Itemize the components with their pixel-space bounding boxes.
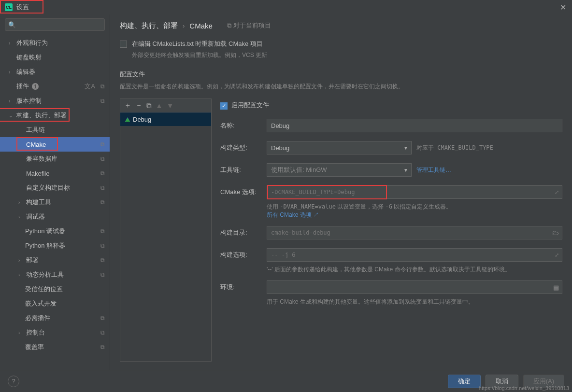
update-badge: 1: [32, 83, 39, 90]
chevron-icon: ›: [18, 258, 24, 263]
search-input[interactable]: 🔍: [5, 18, 105, 31]
copy-icon: ⧉: [227, 22, 231, 29]
buildtype-label: 构建类型:: [220, 143, 267, 152]
tree-item[interactable]: ›外观和行为: [0, 36, 110, 50]
breadcrumb-root[interactable]: 构建、执行、部署: [120, 21, 178, 30]
tree-item[interactable]: 键盘映射: [0, 50, 110, 65]
list-icon[interactable]: ▤: [553, 284, 559, 291]
chevron-icon: ›: [9, 70, 14, 75]
copy-icon: ⧉: [100, 329, 105, 336]
tree-item-label: 插件: [16, 82, 29, 91]
reload-checkbox[interactable]: [120, 41, 127, 48]
titlebar: CL 设置 ✕: [0, 0, 572, 14]
up-icon[interactable]: ▲: [156, 101, 163, 110]
tree-item-label: Makefile: [26, 170, 49, 177]
copy-icon: ⧉: [100, 199, 105, 206]
copy-icon: ⧉: [100, 98, 105, 104]
reload-label: 在编辑 CMakeLists.txt 时重新加载 CMake 项目: [132, 40, 267, 48]
toolchain-select[interactable]: 使用默认值: MinGW ▼: [267, 163, 412, 177]
tree-item-label: 嵌入式开发: [25, 299, 57, 308]
copy-icon: ⧉: [100, 271, 105, 278]
name-input[interactable]: Debug: [267, 119, 562, 132]
tree-item[interactable]: ›版本控制⧉: [0, 94, 110, 108]
tree-item-label: 部署: [26, 256, 39, 265]
window-title: 设置: [16, 3, 29, 12]
cmakeopts-input[interactable]: -DCMAKE_BUILD_TYPE=Debug ⤢: [267, 185, 562, 199]
tree-item[interactable]: 嵌入式开发: [0, 296, 110, 311]
copy-icon: ⧉: [100, 315, 105, 322]
manage-toolchains-link[interactable]: 管理工具链…: [416, 166, 451, 174]
buildopts-input[interactable]: -- -j 6 ⤢: [267, 248, 562, 262]
builddir-input[interactable]: cmake-build-debug 🗁: [267, 226, 562, 239]
env-input[interactable]: ▤: [267, 280, 562, 294]
translate-icon: 文A: [85, 82, 95, 91]
tree-item[interactable]: ›兼容数据库⧉: [0, 152, 110, 166]
tree-item[interactable]: ›部署⧉: [0, 253, 110, 267]
cmakeopts-hint: 使用 -DVAR_NAME=value 以设置变量，选择 -G 以指定自定义生成…: [267, 203, 562, 219]
chevron-icon: ›: [18, 214, 24, 220]
expand-icon[interactable]: ⤢: [555, 252, 559, 258]
ok-button[interactable]: 确定: [448, 375, 481, 388]
tree-item[interactable]: ›构建工具⧉: [0, 195, 110, 210]
copy-icon: ⧉: [100, 83, 105, 90]
footer: ? 确定 取消 应用(A) https://blog.csdn.net/weix…: [0, 370, 572, 392]
tree-item-label: 兼容数据库: [26, 154, 57, 163]
tree-item[interactable]: ›Makefile⧉: [0, 166, 110, 181]
tree-item[interactable]: Python 调试器⧉: [0, 224, 110, 238]
cmakeopts-label: CMake 选项:: [220, 188, 267, 196]
tree-item[interactable]: 受信任的位置: [0, 282, 110, 296]
chevron-down-icon: ▼: [403, 168, 408, 173]
close-icon[interactable]: ✕: [560, 3, 566, 12]
chevron-icon: ›: [18, 330, 24, 336]
tree-item[interactable]: Python 解释器⧉: [0, 238, 110, 253]
enable-profile-checkbox[interactable]: [220, 102, 228, 110]
profile-item-debug[interactable]: Debug: [120, 112, 211, 126]
add-icon[interactable]: ＋: [124, 101, 131, 110]
tree-item-label: 编辑器: [16, 68, 35, 76]
env-hint: 用于 CMake 生成和构建的其他变量。这些值将添加到系统变量和工具链变量中。: [267, 298, 562, 306]
copy-icon[interactable]: ⧉: [146, 101, 152, 110]
sidebar: 🔍 ›外观和行为键盘映射›编辑器插件1文A⧉›版本控制⧉⌄构建、执行、部署›工具…: [0, 14, 110, 377]
tree-item[interactable]: 必需插件⧉: [0, 311, 110, 325]
app-icon: CL: [5, 3, 13, 11]
copy-icon: ⧉: [100, 257, 105, 264]
annotation-box: [16, 137, 58, 151]
tree-item[interactable]: ›编辑器: [0, 65, 110, 79]
tree-item-label: 受信任的位置: [25, 285, 63, 294]
buildtype-hint: 对应于 CMAKE_BUILD_TYPE: [416, 144, 493, 152]
tree-item-label: Python 解释器: [25, 241, 65, 250]
tree-item[interactable]: ›工具链: [0, 123, 110, 137]
folder-icon[interactable]: 🗁: [552, 229, 559, 237]
builddir-label: 构建目录:: [220, 228, 267, 237]
tree-item-label: 键盘映射: [16, 53, 42, 62]
help-button[interactable]: ?: [8, 376, 19, 387]
expand-icon[interactable]: ⤢: [555, 189, 559, 196]
breadcrumb-leaf: CMake: [189, 22, 213, 30]
chevron-icon: ›: [18, 272, 24, 278]
tree-item[interactable]: ›CMake⧉: [0, 137, 110, 152]
tree-item-label: 构建工具: [26, 198, 51, 207]
tree-item-label: Python 调试器: [25, 227, 65, 236]
remove-icon[interactable]: －: [135, 101, 143, 110]
down-icon[interactable]: ▼: [167, 101, 174, 110]
tree-item[interactable]: ›动态分析工具⧉: [0, 267, 110, 282]
buildtype-select[interactable]: Debug ▼: [267, 141, 412, 154]
profile-form: 启用配置文件 名称: Debug 构建类型: Debug ▼ 对应于 CMAKE…: [212, 98, 562, 362]
tree-item[interactable]: ⌄构建、执行、部署: [0, 108, 110, 123]
tree-item-label: 工具链: [26, 126, 45, 134]
tree-item-label: 控制台: [26, 328, 45, 337]
chevron-down-icon: ▼: [403, 145, 408, 151]
tree-item[interactable]: ›调试器: [0, 210, 110, 224]
tree-item-label: 版本控制: [16, 97, 42, 105]
tree-item[interactable]: ›控制台⧉: [0, 325, 110, 340]
tree-item[interactable]: 插件1文A⧉: [0, 79, 110, 94]
tree-item[interactable]: 覆盖率⧉: [0, 340, 110, 354]
all-cmake-options-link[interactable]: 所有 CMake 选项 ↗: [267, 211, 319, 218]
chevron-icon: ›: [18, 200, 24, 205]
search-icon: 🔍: [8, 21, 16, 28]
tree-item[interactable]: ›自定义构建目标⧉: [0, 181, 110, 195]
chevron-icon: ›: [9, 98, 14, 104]
tree-item-label: 调试器: [26, 212, 45, 221]
settings-tree: ›外观和行为键盘映射›编辑器插件1文A⧉›版本控制⧉⌄构建、执行、部署›工具链›…: [0, 36, 110, 377]
chevron-icon: ⌄: [9, 113, 14, 118]
